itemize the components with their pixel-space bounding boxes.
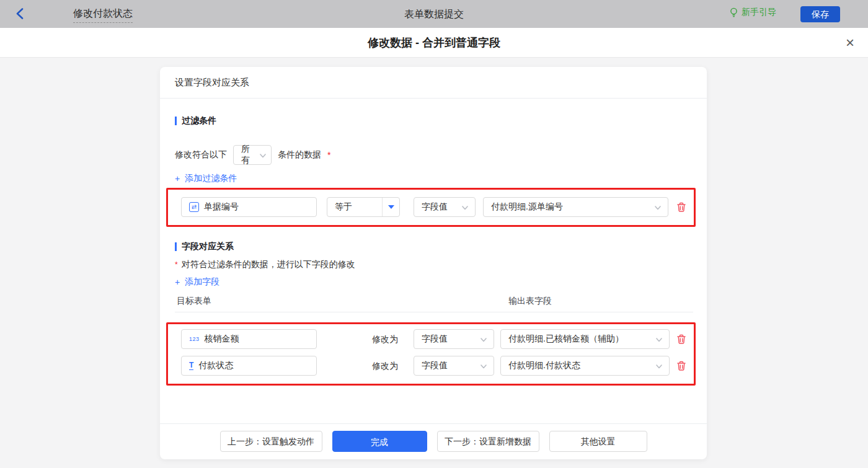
settings-card: 设置字段对应关系 过滤条件 修改符合以下 所有 条件的数据 * + 添加过滤条件… [160,67,707,459]
required-asterisk: * [175,260,178,269]
close-icon[interactable]: × [846,34,854,51]
filter-field-input[interactable]: ⇄ 单据编号 [181,197,317,217]
section-bar [175,117,177,125]
filter-value-select[interactable]: 付款明细.源单编号 [483,197,668,217]
value-type-value: 字段值 [414,360,448,371]
value-type-select[interactable]: 字段值 [414,356,494,376]
chevron-down-icon [462,206,468,210]
value-type-select[interactable]: 字段值 [414,197,476,217]
column-header-output-fields: 输出表字段 [508,296,552,307]
lightbulb-icon [729,7,738,18]
filter-value: 付款明细.源单编号 [484,201,563,213]
dialog-title: 修改数据 - 合并到普通字段 [0,28,868,58]
header-divider [175,312,693,312]
mapping-section-title-text: 字段对应关系 [182,241,234,252]
number-field-icon: 123 [189,336,200,342]
serial-number-field-icon: ⇄ [189,202,199,212]
column-header-target-form: 目标表单 [177,296,211,307]
guide-label: 新手引导 [742,7,776,18]
prev-step-button[interactable]: 上一步：设置触发动作 [220,431,322,452]
chevron-down-icon [655,206,661,210]
other-settings-button[interactable]: 其他设置 [549,431,647,452]
operator-value: 等于 [327,201,352,213]
output-field-select[interactable]: 付款明细.已核销金额（辅助） [500,329,670,349]
delete-trash-icon[interactable] [676,360,687,371]
beginner-guide-link[interactable]: 新手引导 [729,7,776,18]
mapping-description: * 对符合过滤条件的数据，进行以下字段的修改 [175,259,355,270]
modify-to-label: 修改为 [372,356,398,376]
value-type-select[interactable]: 字段值 [414,329,494,349]
output-field-value: 付款明细.付款状态 [501,360,580,371]
triangle-down-icon [388,205,394,209]
chevron-down-icon [480,364,487,369]
text-field-icon: T [189,361,193,370]
delete-trash-icon[interactable] [676,201,687,213]
add-filter-label: 添加过滤条件 [185,173,237,184]
add-field-link[interactable]: + 添加字段 [175,276,219,288]
filter-section-title: 过滤条件 [175,115,216,126]
match-mode-value: 所有 [241,144,256,166]
target-field-label: 核销金额 [205,333,239,345]
footer-buttons: 上一步：设置触发动作 完成 下一步：设置新增数据 其他设置 [160,431,707,452]
target-field-input[interactable]: T 付款状态 [181,356,317,376]
section-bar [175,242,177,251]
chevron-down-icon [260,154,266,158]
value-type-value: 字段值 [414,201,448,213]
value-type-value: 字段值 [414,333,448,345]
modify-to-label: 修改为 [372,329,398,349]
chevron-down-icon [656,338,662,342]
target-field-input[interactable]: 123 核销金额 [181,329,317,349]
output-field-value: 付款明细.已核销金额（辅助） [501,333,624,345]
match-mode-select[interactable]: 所有 [233,145,272,165]
mapping-description-text: 对符合过滤条件的数据，进行以下字段的修改 [182,259,355,270]
card-header-title: 设置字段对应关系 [175,77,249,89]
chevron-down-icon [480,338,487,342]
target-field-label: 付款状态 [198,360,233,371]
match-suffix-text: 条件的数据 [278,149,321,161]
mapping-section-title: 字段对应关系 [175,241,234,252]
filter-section-title-text: 过滤条件 [182,115,216,126]
plus-icon: + [175,277,180,287]
dialog-body: 设置字段对应关系 过滤条件 修改符合以下 所有 条件的数据 * + 添加过滤条件… [0,58,868,468]
add-filter-condition-link[interactable]: + 添加过滤条件 [175,173,237,184]
required-asterisk: * [327,150,330,160]
card-header: 设置字段对应关系 [160,67,707,99]
top-bar: 修改付款状态 表单数据提交 新手引导 保存 [0,0,868,28]
operator-select[interactable]: 等于 [327,197,400,217]
delete-trash-icon[interactable] [676,333,687,345]
dialog-header: 修改数据 - 合并到普通字段 × [0,28,868,58]
save-button[interactable]: 保存 [800,6,840,22]
match-prefix-text: 修改符合以下 [175,149,227,161]
filter-field-label: 单据编号 [204,201,239,213]
output-field-select[interactable]: 付款明细.付款状态 [500,356,670,376]
chevron-down-icon [656,364,662,369]
next-step-button[interactable]: 下一步：设置新增数据 [437,431,539,452]
condition-mode-row: 修改符合以下 所有 条件的数据 * [175,145,330,165]
footer-divider [160,423,707,424]
done-button[interactable]: 完成 [332,431,427,452]
plus-icon: + [175,174,180,183]
operator-dropdown-toggle[interactable] [382,198,399,216]
add-field-label: 添加字段 [185,276,219,288]
